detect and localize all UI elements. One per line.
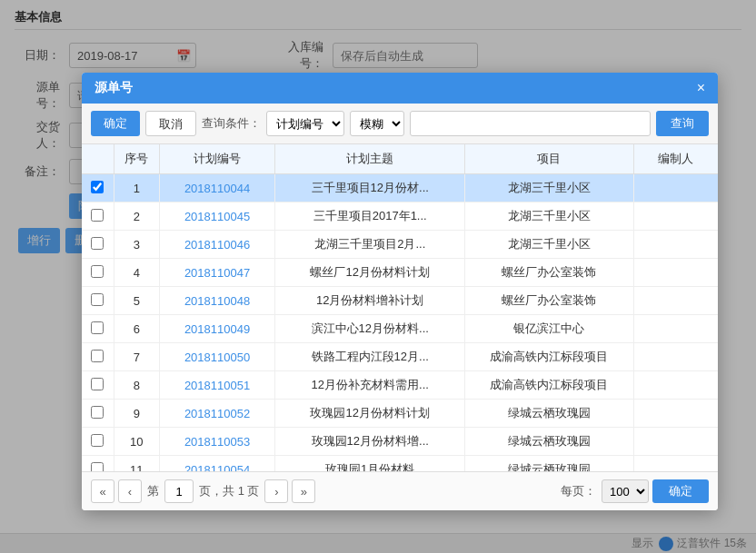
modal-table-container[interactable]: 序号 计划编号 计划主题 项目 编制人 1 2018110044 三千里项目12… [82,144,718,471]
row-project: 龙湖三千里小区 [465,174,634,202]
table-row[interactable]: 9 2018110052 玫瑰园12月份材料计划 绿城云栖玫瑰园 [82,400,718,428]
row-subject: 铁路工程内江段12月... [275,343,465,371]
table-row[interactable]: 10 2018110053 玫瑰园12月份材料增... 绿城云栖玫瑰园 [82,428,718,456]
row-editor [633,231,718,259]
row-checkbox-cell[interactable] [82,428,114,456]
row-subject: 12月份材料增补计划 [275,287,465,315]
row-checkbox-cell[interactable] [82,287,114,315]
per-page-select[interactable]: 100 50 200 [602,479,649,503]
modal-footer: « ‹ 第 页，共 1 页 › » 每页： 100 50 200 确定 [82,471,718,510]
source-modal: 源单号 × 确定 取消 查询条件： 计划编号 计划主题 项目 编制人 模糊 精确… [82,73,718,510]
row-subject: 螺丝厂12月份材料计划 [275,259,465,287]
search-button[interactable]: 查询 [656,111,709,136]
row-plan-num[interactable]: 2018110047 [159,259,275,287]
row-editor [633,428,718,456]
row-plan-num[interactable]: 2018110044 [159,174,275,202]
page-last-button[interactable]: » [292,479,315,503]
col-project: 项目 [465,144,634,174]
row-seq: 7 [114,343,159,371]
col-editor: 编制人 [633,144,718,174]
table-row[interactable]: 4 2018110047 螺丝厂12月份材料计划 螺丝厂办公室装饰 [82,259,718,287]
row-checkbox[interactable] [91,406,104,419]
row-checkbox-cell[interactable] [82,371,114,400]
row-plan-num[interactable]: 2018110046 [159,231,275,259]
row-editor [633,456,718,472]
row-plan-num[interactable]: 2018110054 [159,456,275,472]
row-editor [633,259,718,287]
page-prefix: 第 [147,483,159,499]
table-row[interactable]: 3 2018110046 龙湖三千里项目2月... 龙湖三千里小区 [82,231,718,259]
search-keyword-input[interactable] [410,111,651,136]
type-select[interactable]: 模糊 精确 [350,111,404,136]
row-seq: 5 [114,287,159,315]
row-project: 螺丝厂办公室装饰 [465,287,634,315]
row-checkbox[interactable] [91,321,104,334]
table-row[interactable]: 11 2018110054 玫瑰园1月份材料 绿城云栖玫瑰园 [82,456,718,472]
col-plan-subject: 计划主题 [275,144,465,174]
row-checkbox[interactable] [91,462,104,472]
page-next-button[interactable]: › [264,479,288,503]
row-project: 成渝高铁内江标段项目 [465,343,634,371]
row-checkbox-cell[interactable] [82,174,114,202]
row-seq: 11 [114,456,159,472]
col-seq: 序号 [114,144,159,174]
row-plan-num[interactable]: 2018110045 [159,202,275,231]
table-row[interactable]: 8 2018110051 12月份补充材料需用... 成渝高铁内江标段项目 [82,371,718,400]
row-checkbox[interactable] [91,434,104,447]
row-plan-num[interactable]: 2018110049 [159,315,275,343]
row-checkbox[interactable] [91,209,104,222]
row-seq: 10 [114,428,159,456]
row-subject: 玫瑰园1月份材料 [275,456,465,472]
row-checkbox-cell[interactable] [82,343,114,371]
row-editor [633,343,718,371]
table-header-row: 序号 计划编号 计划主题 项目 编制人 [82,144,718,174]
row-checkbox[interactable] [91,265,104,278]
row-subject: 12月份补充材料需用... [275,371,465,400]
row-seq: 2 [114,202,159,231]
row-checkbox-cell[interactable] [82,202,114,231]
table-row[interactable]: 1 2018110044 三千里项目12月份材... 龙湖三千里小区 [82,174,718,202]
page-total-info: 页，共 1 页 [199,483,259,499]
table-row[interactable]: 6 2018110049 滨江中心12月份材料... 银亿滨江中心 [82,315,718,343]
row-project: 绿城云栖玫瑰园 [465,400,634,428]
row-checkbox-cell[interactable] [82,231,114,259]
per-page-label: 每页： [561,483,596,499]
row-project: 绿城云栖玫瑰园 [465,428,634,456]
row-plan-num[interactable]: 2018110050 [159,343,275,371]
table-row[interactable]: 5 2018110048 12月份材料增补计划 螺丝厂办公室装饰 [82,287,718,315]
row-plan-num[interactable]: 2018110053 [159,428,275,456]
row-plan-num[interactable]: 2018110048 [159,287,275,315]
page-number-input[interactable] [164,479,194,503]
row-checkbox-cell[interactable] [82,456,114,472]
row-project: 龙湖三千里小区 [465,231,634,259]
row-plan-num[interactable]: 2018110051 [159,371,275,400]
page-first-button[interactable]: « [91,479,114,503]
row-subject: 龙湖三千里项目2月... [275,231,465,259]
row-checkbox-cell[interactable] [82,400,114,428]
row-checkbox[interactable] [91,293,104,306]
row-checkbox[interactable] [91,181,104,193]
row-checkbox[interactable] [91,378,104,390]
condition-select[interactable]: 计划编号 计划主题 项目 编制人 [266,111,344,136]
page-prev-button[interactable]: ‹ [118,479,142,503]
row-checkbox[interactable] [91,350,104,362]
row-project: 银亿滨江中心 [465,315,634,343]
toolbar-confirm-button[interactable]: 确定 [91,111,140,136]
row-seq: 3 [114,231,159,259]
row-subject: 玫瑰园12月份材料计划 [275,400,465,428]
row-subject: 三千里项目2017年1... [275,202,465,231]
toolbar-cancel-button[interactable]: 取消 [145,111,196,136]
row-checkbox[interactable] [91,237,104,250]
modal-close-button[interactable]: × [697,81,705,95]
row-plan-num[interactable]: 2018110052 [159,400,275,428]
row-checkbox-cell[interactable] [82,315,114,343]
row-project: 螺丝厂办公室装饰 [465,259,634,287]
row-editor [633,174,718,202]
row-editor [633,315,718,343]
row-seq: 8 [114,371,159,400]
table-row[interactable]: 7 2018110050 铁路工程内江段12月... 成渝高铁内江标段项目 [82,343,718,371]
row-checkbox-cell[interactable] [82,259,114,287]
footer-confirm-button[interactable]: 确定 [652,479,709,503]
row-editor [633,371,718,400]
table-row[interactable]: 2 2018110045 三千里项目2017年1... 龙湖三千里小区 [82,202,718,231]
